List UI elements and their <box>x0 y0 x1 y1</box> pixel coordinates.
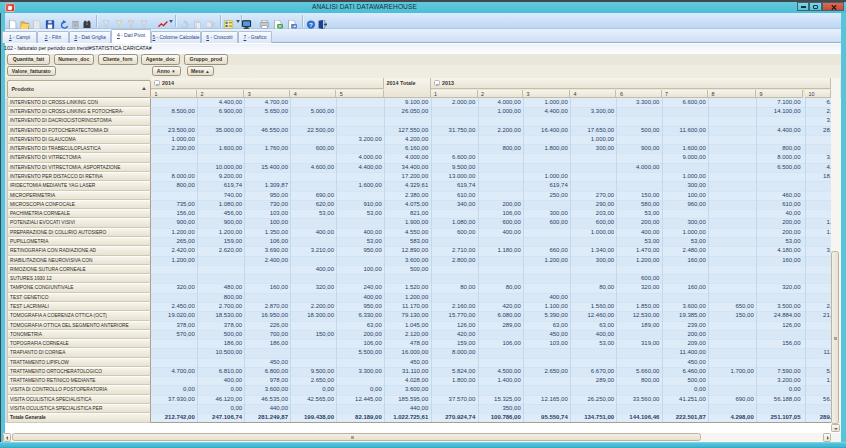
svg-text:?: ? <box>309 21 313 28</box>
